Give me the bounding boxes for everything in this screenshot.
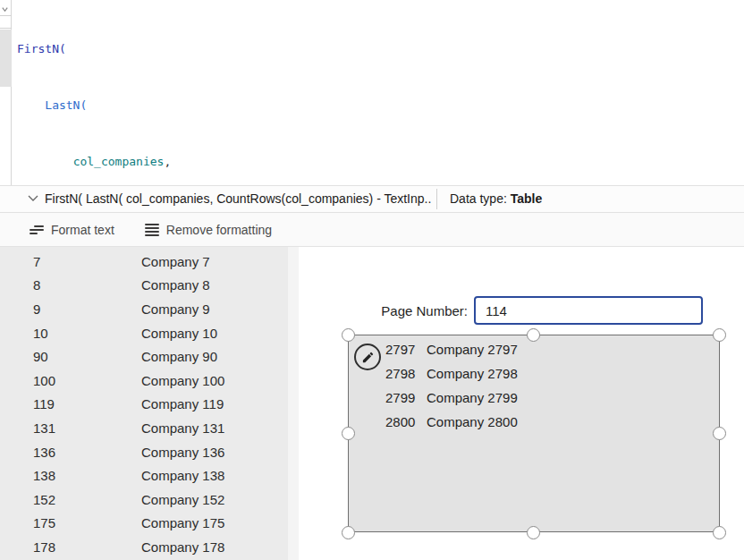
resize-handle-mid-left[interactable] [342, 427, 355, 440]
gallery-cell-name: Company 2799 [427, 390, 719, 405]
powerapps-studio-screen: FirstN( LastN( col_companies, CountRows(… [0, 0, 744, 560]
table-row: 119Company 119 [0, 393, 288, 417]
cell-id: 7 [33, 254, 141, 269]
resize-handle-bottom-left[interactable] [342, 526, 355, 539]
table-row: 178Company 178 [0, 535, 288, 559]
gallery-cell-name: Company 2797 [427, 342, 719, 357]
code-line: FirstN( [17, 39, 395, 58]
cell-id: 100 [33, 373, 141, 388]
resize-handle-bottom-center[interactable] [527, 526, 540, 539]
cell-name: Company 90 [141, 349, 288, 364]
chevron-down-icon[interactable] [28, 195, 38, 202]
cell-name: Company 100 [141, 373, 288, 388]
resize-handle-top-left[interactable] [342, 328, 355, 342]
table-row: 175Company 175 [0, 512, 288, 536]
remove-formatting-icon [145, 224, 159, 236]
gutter-arrow-icon [1, 5, 9, 13]
page-number-input[interactable] [474, 296, 703, 325]
table-row: 9Company 9 [0, 297, 288, 321]
divider [436, 189, 437, 209]
cell-id: 9 [33, 301, 141, 317]
cell-name: Company 131 [141, 420, 288, 436]
gallery-row[interactable]: 2799Company 2799 [349, 386, 719, 410]
code-token: , [164, 155, 171, 168]
cell-id: 175 [33, 515, 141, 530]
format-toolbar: Format text Remove formatting [0, 213, 744, 247]
cell-name: Company 7 [141, 254, 288, 269]
cell-name: Company 152 [141, 492, 288, 507]
datatype-label: Data type: Table [450, 186, 542, 212]
table-row: 100Company 100 [0, 369, 288, 393]
gallery-row[interactable]: 2800Company 2800 [349, 410, 719, 434]
table-scrollbar-track[interactable] [288, 247, 299, 560]
gutter-scrollbar-thumb[interactable] [0, 30, 12, 87]
cell-id: 152 [33, 492, 141, 507]
code-token: FirstN( [17, 42, 66, 55]
table-row: 8Company 8 [0, 274, 288, 298]
formula-summary-bar: FirstN( LastN( col_companies, CountRows(… [0, 185, 744, 213]
gallery-cell-id: 2800 [385, 414, 427, 429]
format-text-button[interactable]: Format text [30, 223, 114, 237]
cell-id: 119 [33, 396, 141, 412]
page-number-label[interactable]: Page Number: [349, 303, 468, 319]
cell-id: 178 [33, 539, 141, 555]
cell-id: 131 [33, 420, 141, 436]
cell-name: Company 10 [141, 326, 288, 341]
data-preview-table: 7Company 7 8Company 8 9Company 9 10Compa… [0, 247, 288, 560]
cell-name: Company 136 [141, 445, 288, 460]
pencil-icon [361, 351, 375, 364]
cell-id: 138 [33, 468, 141, 483]
table-row: 138Company 138 [0, 463, 288, 488]
gallery-row[interactable]: 2798Company 2798 [349, 361, 719, 386]
cell-name: Company 9 [141, 301, 288, 317]
code-indent [17, 98, 45, 112]
cell-id: 90 [33, 349, 141, 364]
table-row: 90Company 90 [0, 344, 288, 369]
cell-name: Company 178 [141, 539, 288, 555]
cell-id: 136 [33, 445, 141, 460]
datatype-value: Table [511, 191, 543, 206]
table-row: 131Company 131 [0, 416, 288, 440]
formula-editor[interactable]: FirstN( LastN( col_companies, CountRows(… [0, 0, 744, 185]
remove-formatting-label: Remove formatting [166, 223, 272, 237]
table-row: 152Company 152 [0, 488, 288, 512]
resize-handle-top-center[interactable] [527, 328, 540, 342]
cell-name: Company 119 [141, 396, 288, 412]
resize-handle-mid-right[interactable] [713, 427, 726, 440]
table-row: 7Company 7 [0, 250, 288, 274]
code-token: col_companies [73, 155, 165, 168]
code-line: col_companies, [17, 152, 395, 171]
remove-formatting-button[interactable]: Remove formatting [145, 223, 272, 237]
resize-handle-top-right[interactable] [713, 328, 726, 342]
formula-editor-gutter[interactable] [0, 0, 12, 185]
table-row: 136Company 136 [0, 440, 288, 464]
gallery-cell-id: 2799 [385, 390, 427, 405]
formula-preview-text[interactable]: FirstN( LastN( col_companies, CountRows(… [45, 186, 431, 212]
cell-name: Company 175 [141, 515, 288, 530]
cell-name: Company 138 [141, 468, 288, 483]
code-line: LastN( [17, 96, 395, 115]
gallery-cell-id: 2798 [385, 366, 427, 381]
code-indent [17, 155, 73, 168]
table-row: 10Company 10 [0, 321, 288, 345]
gallery-cell-id: 2797 [385, 342, 427, 357]
format-text-label: Format text [51, 223, 114, 237]
gutter-divider [0, 28, 12, 29]
format-text-icon [30, 225, 44, 234]
gallery-cell-name: Company 2800 [427, 414, 719, 429]
gallery-edit-button[interactable] [354, 344, 381, 370]
cell-id: 10 [33, 326, 141, 341]
datatype-caption: Data type: [450, 191, 511, 206]
cell-id: 8 [33, 277, 141, 293]
gallery-control[interactable]: 2797Company 2797 2798Company 2798 2799Co… [348, 335, 720, 532]
code-token: LastN( [45, 98, 87, 112]
resize-handle-bottom-right[interactable] [713, 526, 726, 539]
gallery-cell-name: Company 2798 [427, 366, 719, 381]
cell-name: Company 8 [141, 277, 288, 293]
gutter-divider [0, 15, 12, 16]
